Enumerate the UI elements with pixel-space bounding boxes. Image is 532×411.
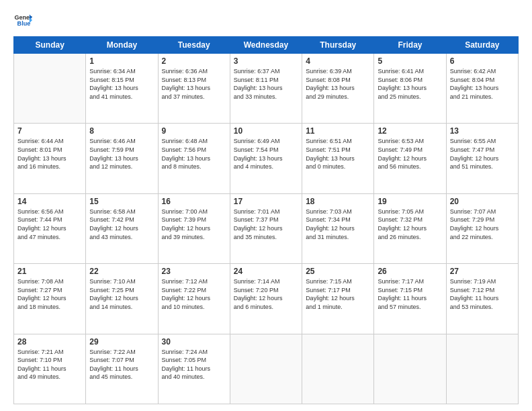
day-number: 29 [89, 337, 154, 347]
day-info: Sunrise: 7:19 AM Sunset: 7:12 PM Dayligh… [450, 277, 515, 311]
day-number: 14 [17, 197, 82, 206]
calendar-cell: 18Sunrise: 7:03 AM Sunset: 7:34 PM Dayli… [302, 193, 374, 263]
day-info: Sunrise: 6:48 AM Sunset: 7:56 PM Dayligh… [162, 137, 226, 171]
calendar-cell: 15Sunrise: 6:58 AM Sunset: 7:42 PM Dayli… [86, 193, 158, 263]
day-info: Sunrise: 6:56 AM Sunset: 7:44 PM Dayligh… [17, 208, 82, 241]
day-number: 24 [234, 267, 298, 276]
calendar-week-row: 28Sunrise: 7:21 AM Sunset: 7:10 PM Dayli… [14, 334, 519, 404]
calendar-cell: 17Sunrise: 7:01 AM Sunset: 7:37 PM Dayli… [230, 193, 302, 263]
day-info: Sunrise: 7:14 AM Sunset: 7:20 PM Dayligh… [234, 277, 298, 311]
calendar-cell: 7Sunrise: 6:44 AM Sunset: 8:01 PM Daylig… [14, 124, 86, 193]
calendar-cell: 27Sunrise: 7:19 AM Sunset: 7:12 PM Dayli… [446, 264, 518, 334]
calendar-cell [302, 334, 374, 404]
calendar-cell: 20Sunrise: 7:07 AM Sunset: 7:29 PM Dayli… [446, 193, 518, 263]
calendar-week-row: 1Sunrise: 6:34 AM Sunset: 8:15 PM Daylig… [14, 54, 519, 124]
day-info: Sunrise: 6:41 AM Sunset: 8:06 PM Dayligh… [378, 67, 442, 101]
day-info: Sunrise: 6:44 AM Sunset: 8:01 PM Dayligh… [17, 137, 82, 171]
calendar-week-row: 21Sunrise: 7:08 AM Sunset: 7:27 PM Dayli… [14, 264, 519, 334]
calendar-cell: 25Sunrise: 7:15 AM Sunset: 7:17 PM Dayli… [302, 264, 374, 334]
day-number: 20 [450, 197, 515, 206]
day-number: 3 [234, 56, 298, 66]
weekday-header: Monday [86, 37, 158, 54]
day-info: Sunrise: 7:05 AM Sunset: 7:32 PM Dayligh… [378, 208, 442, 241]
weekday-header: Sunday [14, 37, 86, 54]
calendar-cell: 30Sunrise: 7:24 AM Sunset: 7:05 PM Dayli… [158, 334, 230, 404]
day-info: Sunrise: 7:24 AM Sunset: 7:05 PM Dayligh… [162, 348, 226, 381]
calendar-cell: 28Sunrise: 7:21 AM Sunset: 7:10 PM Dayli… [14, 334, 86, 404]
day-number: 22 [89, 267, 154, 276]
day-number: 19 [378, 197, 442, 206]
calendar-cell [374, 334, 446, 404]
calendar-cell: 21Sunrise: 7:08 AM Sunset: 7:27 PM Dayli… [14, 264, 86, 334]
calendar-cell: 12Sunrise: 6:53 AM Sunset: 7:49 PM Dayli… [374, 124, 446, 193]
day-number: 26 [378, 267, 442, 276]
day-info: Sunrise: 7:03 AM Sunset: 7:34 PM Dayligh… [306, 208, 370, 241]
day-number: 17 [234, 197, 298, 206]
day-info: Sunrise: 6:37 AM Sunset: 8:11 PM Dayligh… [234, 67, 298, 101]
svg-text:Blue: Blue [17, 20, 31, 27]
logo-icon: General Blue [13, 11, 32, 30]
weekday-header: Thursday [302, 37, 374, 54]
day-info: Sunrise: 7:08 AM Sunset: 7:27 PM Dayligh… [17, 277, 82, 311]
day-info: Sunrise: 6:55 AM Sunset: 7:47 PM Dayligh… [450, 137, 515, 171]
day-number: 4 [306, 56, 370, 66]
calendar-cell: 2Sunrise: 6:36 AM Sunset: 8:13 PM Daylig… [158, 54, 230, 124]
day-number: 1 [89, 56, 154, 66]
day-info: Sunrise: 6:34 AM Sunset: 8:15 PM Dayligh… [89, 67, 154, 101]
calendar-cell: 11Sunrise: 6:51 AM Sunset: 7:51 PM Dayli… [302, 124, 374, 193]
calendar-cell [230, 334, 302, 404]
day-number: 18 [306, 197, 370, 206]
calendar-cell: 14Sunrise: 6:56 AM Sunset: 7:44 PM Dayli… [14, 193, 86, 263]
calendar-cell: 8Sunrise: 6:46 AM Sunset: 7:59 PM Daylig… [86, 124, 158, 193]
calendar-cell: 29Sunrise: 7:22 AM Sunset: 7:07 PM Dayli… [86, 334, 158, 404]
calendar-cell: 9Sunrise: 6:48 AM Sunset: 7:56 PM Daylig… [158, 124, 230, 193]
day-number: 11 [306, 126, 370, 136]
day-number: 15 [89, 197, 154, 206]
day-info: Sunrise: 6:39 AM Sunset: 8:08 PM Dayligh… [306, 67, 370, 101]
calendar-cell: 13Sunrise: 6:55 AM Sunset: 7:47 PM Dayli… [446, 124, 518, 193]
day-number: 23 [162, 267, 226, 276]
calendar-table: SundayMondayTuesdayWednesdayThursdayFrid… [13, 36, 519, 404]
calendar-cell: 5Sunrise: 6:41 AM Sunset: 8:06 PM Daylig… [374, 54, 446, 124]
weekday-header: Wednesday [230, 37, 302, 54]
calendar-week-row: 14Sunrise: 6:56 AM Sunset: 7:44 PM Dayli… [14, 193, 519, 263]
day-info: Sunrise: 6:42 AM Sunset: 8:04 PM Dayligh… [450, 67, 515, 101]
page: General Blue SundayMondayTuesdayWednesda… [0, 0, 532, 411]
calendar-cell: 16Sunrise: 7:00 AM Sunset: 7:39 PM Dayli… [158, 193, 230, 263]
calendar-cell: 3Sunrise: 6:37 AM Sunset: 8:11 PM Daylig… [230, 54, 302, 124]
day-number: 25 [306, 267, 370, 276]
day-info: Sunrise: 6:51 AM Sunset: 7:51 PM Dayligh… [306, 137, 370, 171]
day-info: Sunrise: 6:49 AM Sunset: 7:54 PM Dayligh… [234, 137, 298, 171]
day-number: 6 [450, 56, 515, 66]
day-number: 8 [89, 126, 154, 136]
day-number: 12 [378, 126, 442, 136]
day-info: Sunrise: 6:46 AM Sunset: 7:59 PM Dayligh… [89, 137, 154, 171]
day-number: 9 [162, 126, 226, 136]
weekday-header-row: SundayMondayTuesdayWednesdayThursdayFrid… [14, 37, 519, 54]
day-info: Sunrise: 7:17 AM Sunset: 7:15 PM Dayligh… [378, 277, 442, 311]
header: General Blue [13, 11, 519, 30]
day-info: Sunrise: 6:58 AM Sunset: 7:42 PM Dayligh… [89, 208, 154, 241]
day-info: Sunrise: 7:01 AM Sunset: 7:37 PM Dayligh… [234, 208, 298, 241]
logo: General Blue [13, 11, 35, 30]
day-info: Sunrise: 6:53 AM Sunset: 7:49 PM Dayligh… [378, 137, 442, 171]
day-number: 16 [162, 197, 226, 206]
day-number: 27 [450, 267, 515, 276]
day-number: 5 [378, 56, 442, 66]
calendar-cell: 10Sunrise: 6:49 AM Sunset: 7:54 PM Dayli… [230, 124, 302, 193]
day-info: Sunrise: 7:21 AM Sunset: 7:10 PM Dayligh… [17, 348, 82, 381]
calendar-week-row: 7Sunrise: 6:44 AM Sunset: 8:01 PM Daylig… [14, 124, 519, 193]
day-info: Sunrise: 7:12 AM Sunset: 7:22 PM Dayligh… [162, 277, 226, 311]
calendar-cell: 24Sunrise: 7:14 AM Sunset: 7:20 PM Dayli… [230, 264, 302, 334]
weekday-header: Friday [374, 37, 446, 54]
day-info: Sunrise: 7:00 AM Sunset: 7:39 PM Dayligh… [162, 208, 226, 241]
weekday-header: Saturday [446, 37, 518, 54]
calendar-cell: 23Sunrise: 7:12 AM Sunset: 7:22 PM Dayli… [158, 264, 230, 334]
calendar-cell: 1Sunrise: 6:34 AM Sunset: 8:15 PM Daylig… [86, 54, 158, 124]
day-info: Sunrise: 7:07 AM Sunset: 7:29 PM Dayligh… [450, 208, 515, 241]
day-info: Sunrise: 7:10 AM Sunset: 7:25 PM Dayligh… [89, 277, 154, 311]
calendar-cell: 19Sunrise: 7:05 AM Sunset: 7:32 PM Dayli… [374, 193, 446, 263]
day-number: 30 [162, 337, 226, 347]
day-info: Sunrise: 6:36 AM Sunset: 8:13 PM Dayligh… [162, 67, 226, 101]
day-number: 2 [162, 56, 226, 66]
